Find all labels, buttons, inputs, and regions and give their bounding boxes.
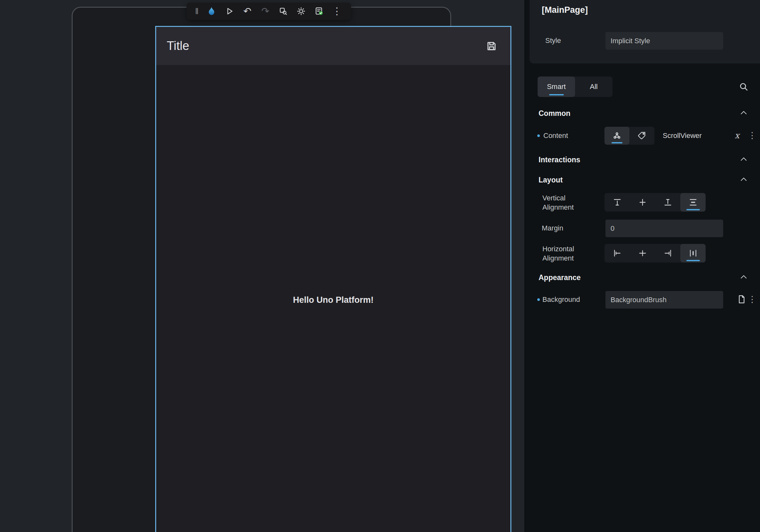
valign-selected-underline [687,209,700,210]
halign-center-icon[interactable] [630,244,655,263]
selected-element-card: [MainPage] Style [530,0,760,63]
valign-stretch-icon[interactable] [680,193,706,212]
vertical-alignment-label: Vertical Alignment [543,193,586,212]
halign-selected-underline [687,260,700,261]
section-common: Common [539,109,571,118]
background-label: Background [543,295,580,304]
tab-smart[interactable]: Smart [538,76,575,97]
content-mode-switch [604,127,654,145]
app-title[interactable]: Title [167,39,486,53]
style-label: Style [545,36,561,45]
selected-element-title: [MainPage] [542,5,588,15]
halign-left-icon[interactable] [604,244,630,263]
background-modified-dot [537,298,540,301]
content-mode-control[interactable] [604,127,630,145]
inspect-element-icon[interactable] [274,3,292,20]
background-input[interactable] [605,291,723,309]
valign-center-icon[interactable] [630,193,655,212]
tab-smart-underline [549,94,564,95]
margin-label: Margin [542,224,563,232]
uno-flame-icon[interactable] [203,3,220,20]
section-appearance: Appearance [539,273,581,282]
x-expression-icon[interactable]: x [735,130,739,140]
vertical-alignment-group [604,193,706,212]
tab-all[interactable]: All [575,76,612,97]
content-value[interactable]: ScrollViewer [663,131,702,140]
chevron-up-icon[interactable] [740,275,747,279]
search-icon[interactable] [738,82,749,92]
device-frame: Title Hello Uno Platform! [72,7,451,532]
app-body-text[interactable]: Hello Uno Platform! [156,295,510,305]
section-interactions: Interactions [539,156,580,164]
property-tabs: Smart All [538,76,612,97]
valign-top-icon[interactable] [604,193,630,212]
theme-toggle-icon[interactable] [292,3,310,20]
margin-input[interactable] [605,219,723,237]
horizontal-alignment-group [604,244,706,263]
redo-icon[interactable]: ↷ [256,3,274,20]
halign-stretch-icon[interactable] [680,244,706,263]
content-more-icon[interactable]: ⋮ [748,131,756,140]
play-icon[interactable] [220,3,238,20]
horizontal-alignment-label: Horizontal Alignment [543,244,586,263]
hot-design-toolbar: ‖ ↶ ↷ [187,3,351,20]
section-layout: Layout [539,176,563,184]
properties-panel: [MainPage] Style Smart All Common Conten… [524,0,760,532]
undo-icon[interactable]: ↶ [238,3,256,20]
chevron-up-icon[interactable] [740,177,747,181]
valign-bottom-icon[interactable] [655,193,680,212]
tab-smart-label: Smart [547,82,566,91]
style-input[interactable] [605,32,723,50]
resource-file-icon[interactable] [736,295,746,304]
halign-right-icon[interactable] [655,244,680,263]
content-mode-tag[interactable] [630,127,654,145]
page-selection-box[interactable]: Title Hello Uno Platform! [155,26,511,532]
content-label: Content [544,131,568,140]
tab-all-label: All [590,82,597,91]
chevron-up-icon[interactable] [740,157,747,161]
toolbar-more-icon[interactable]: ⋮ [328,3,346,20]
task-checklist-icon[interactable] [310,3,328,20]
drag-handle-icon[interactable]: ‖ [191,3,203,20]
save-floppy-icon[interactable] [486,40,498,52]
content-mode-underline [611,142,622,143]
chevron-up-icon[interactable] [740,111,747,115]
app-title-bar[interactable]: Title [156,27,510,65]
background-more-icon[interactable]: ⋮ [748,295,756,304]
content-modified-dot [537,134,540,137]
